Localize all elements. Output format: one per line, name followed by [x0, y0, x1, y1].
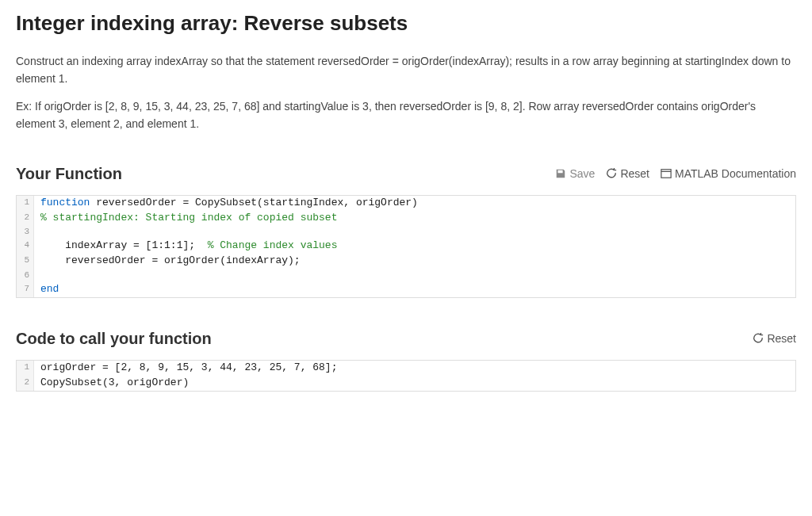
reset-label: Reset — [620, 167, 649, 180]
docs-icon — [661, 168, 672, 179]
save-label: Save — [569, 167, 595, 180]
reset-label-2: Reset — [767, 332, 796, 345]
line-number: 2 — [17, 211, 34, 226]
line-number: 7 — [17, 282, 34, 297]
svg-rect-0 — [661, 170, 671, 178]
code-line: indexArray = [1:1:1]; % Change index val… — [34, 239, 337, 254]
reset-icon — [606, 168, 617, 179]
reset-button-2[interactable]: Reset — [753, 332, 796, 345]
call-function-toolbar: Reset — [753, 332, 796, 345]
code-line: origOrder = [2, 8, 9, 15, 3, 44, 23, 25,… — [34, 361, 337, 376]
your-function-header: Your Function Save Reset MATLAB Document… — [16, 162, 796, 185]
line-number: 2 — [17, 376, 34, 391]
call-function-code[interactable]: 1origOrder = [2, 8, 9, 15, 3, 44, 23, 25… — [16, 360, 796, 392]
call-function-header: Code to call your function Reset — [16, 327, 796, 350]
description-paragraph-1: Construct an indexing array indexArray s… — [16, 53, 796, 87]
line-number: 1 — [17, 361, 34, 376]
save-icon — [555, 168, 566, 179]
code-line — [34, 225, 40, 239]
page-title: Integer indexing array: Reverse subsets — [16, 8, 796, 39]
code-line: reversedOrder = origOrder(indexArray); — [34, 254, 301, 269]
docs-label: MATLAB Documentation — [675, 167, 796, 180]
reset-button[interactable]: Reset — [606, 167, 649, 180]
code-line — [34, 269, 40, 282]
line-number: 5 — [17, 254, 34, 269]
matlab-docs-button[interactable]: MATLAB Documentation — [661, 167, 796, 180]
your-function-code[interactable]: 1function reversedOrder = CopySubset(sta… — [16, 195, 796, 298]
code-line: end — [34, 282, 59, 297]
code-line: % startingIndex: Starting index of copie… — [34, 211, 337, 226]
code-line: function reversedOrder = CopySubset(star… — [34, 196, 418, 211]
reset-icon — [753, 333, 764, 344]
save-button[interactable]: Save — [555, 167, 595, 180]
line-number: 4 — [17, 239, 34, 254]
line-number: 6 — [17, 269, 34, 282]
description-paragraph-2: Ex: If origOrder is [2, 8, 9, 15, 3, 44,… — [16, 98, 796, 132]
code-line: CopySubset(3, origOrder) — [34, 376, 189, 391]
your-function-heading: Your Function — [16, 162, 122, 185]
line-number: 1 — [17, 196, 34, 211]
your-function-toolbar: Save Reset MATLAB Documentation — [555, 167, 796, 180]
line-number: 3 — [17, 225, 34, 239]
call-function-heading: Code to call your function — [16, 327, 212, 350]
